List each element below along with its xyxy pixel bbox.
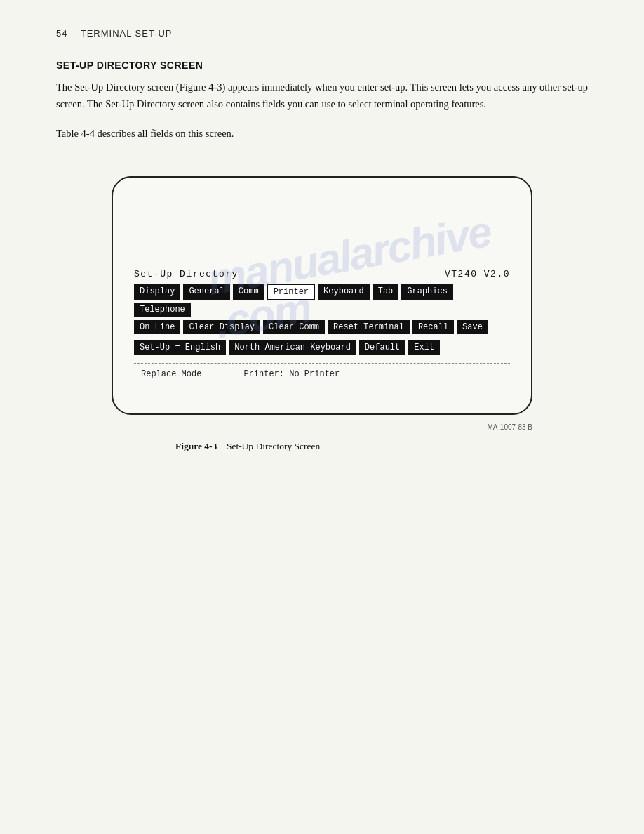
paragraph-1: The Set-Up Directory screen (Figure 4-3)…: [56, 79, 588, 113]
directory-label: Set-Up Directory: [134, 269, 239, 279]
btn-comm[interactable]: Comm: [233, 284, 264, 300]
dashed-separator: [134, 363, 510, 364]
btn-clear-display[interactable]: Clear Display: [183, 320, 260, 334]
terminal-screen: manualarchive.com Set-Up Directory VT240…: [112, 176, 532, 415]
btn-reset-terminal[interactable]: Reset Terminal: [328, 320, 410, 334]
figure-caption-text: Set-Up Directory Screen: [227, 441, 320, 451]
btn-graphics[interactable]: Graphics: [401, 284, 453, 300]
screen-top-bar: Set-Up Directory VT240 V2.0: [134, 269, 510, 279]
button-row-2: On Line Clear Display Clear Comm Reset T…: [134, 320, 510, 334]
btn-online[interactable]: On Line: [134, 320, 180, 334]
btn-general[interactable]: General: [183, 284, 229, 300]
page-header: 54 TERMINAL SET-UP: [56, 28, 588, 39]
btn-exit[interactable]: Exit: [408, 340, 440, 355]
btn-display[interactable]: Display: [134, 284, 180, 300]
btn-north-american-keyboard[interactable]: North American Keyboard: [229, 340, 356, 355]
status-replace-mode: Replace Mode: [141, 369, 201, 379]
btn-recall[interactable]: Recall: [412, 320, 454, 334]
status-bar: Replace Mode Printer: No Printer: [134, 367, 510, 381]
btn-save[interactable]: Save: [457, 320, 488, 334]
btn-clear-comm[interactable]: Clear Comm: [263, 320, 325, 334]
btn-default[interactable]: Default: [359, 340, 405, 355]
button-row-1: Display General Comm Printer Keyboard Ta…: [134, 284, 510, 317]
paragraph-2: Table 4-4 describes all fields on this s…: [56, 126, 588, 143]
btn-tab[interactable]: Tab: [373, 284, 399, 300]
figure-label: Figure 4-3: [175, 441, 217, 451]
figure-caption: Figure 4-3 Set-Up Directory Screen: [175, 441, 588, 452]
version-label: VT240 V2.0: [445, 269, 510, 279]
status-printer: Printer: No Printer: [243, 369, 340, 379]
btn-printer[interactable]: Printer: [267, 284, 315, 300]
btn-telephone[interactable]: Telephone: [134, 303, 191, 317]
btn-keyboard[interactable]: Keyboard: [318, 284, 370, 300]
section-title: SET-UP DIRECTORY SCREEN: [56, 60, 588, 71]
ma-label: MA-1007-83 B: [112, 423, 532, 431]
button-row-3: Set-Up = English North American Keyboard…: [134, 340, 510, 355]
btn-setup-english[interactable]: Set-Up = English: [134, 340, 226, 355]
